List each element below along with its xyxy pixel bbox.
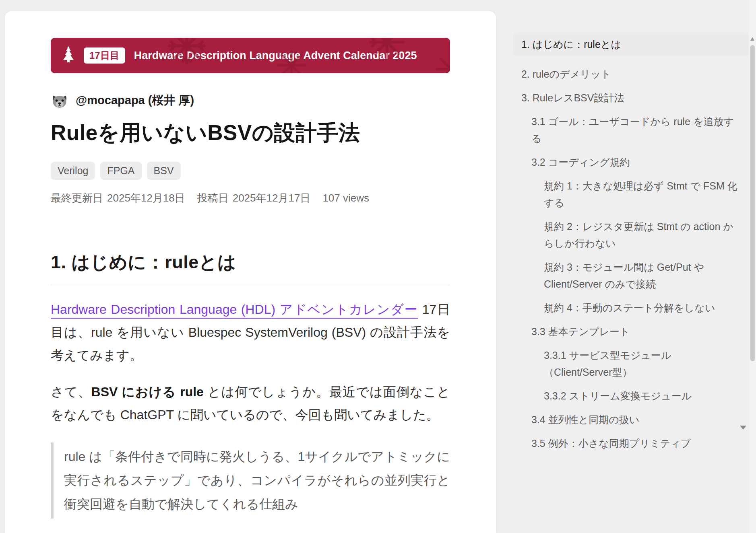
toc-more-chevron-down-icon[interactable]: [739, 425, 747, 430]
scrollbar-thumb[interactable]: [750, 45, 755, 361]
quote-text: rule は「条件付きで同時に発火しうる、1サイクルでアトミックに実行されるステ…: [64, 449, 450, 511]
toc-item[interactable]: 3.2 コーディング規約: [513, 154, 749, 171]
table-of-contents: 1. はじめに：ruleとは2. ruleのデメリット3. RuleレスBSV設…: [513, 33, 749, 459]
page-scrollbar[interactable]: [749, 0, 756, 533]
toc-item[interactable]: 3.4 並列性と同期の扱い: [513, 411, 749, 428]
scrollbar-up-arrow-icon[interactable]: [750, 37, 754, 41]
posted-date: 2025年12月17日: [233, 191, 311, 205]
paragraph: さて、BSV における rule とは何でしょうか。最近では面倒なことをなんでも…: [51, 381, 450, 426]
article-title: Ruleを用いないBSVの設計手法: [51, 120, 450, 146]
paragraph: Hardware Description Language (HDL) アドベン…: [51, 298, 450, 367]
tag-fpga[interactable]: FPGA: [100, 162, 141, 180]
toc-item[interactable]: 1. はじめに：ruleとは: [513, 33, 749, 56]
toc-item[interactable]: 3.3.1 サービス型モジュール（Client/Server型）: [513, 347, 749, 381]
author-row: @mocapapa (桜井 厚): [51, 92, 450, 109]
quote-block: rule は「条件付きで同時に発火しうる、1サイクルでアトミックに実行されるステ…: [51, 442, 450, 519]
toc-item[interactable]: 規約 3：モジュール間は Get/Put や Client/Server のみで…: [513, 259, 749, 292]
advent-calendar-banner[interactable]: 17日目 Hardware Description Language Adven…: [51, 38, 450, 73]
toc-item[interactable]: 3.5 例外：小さな同期プリミティブ: [513, 435, 749, 452]
paragraph-text: さて、: [51, 385, 91, 399]
updated-label: 最終更新日: [51, 191, 103, 205]
tag-bsv[interactable]: BSV: [147, 162, 181, 180]
toc-item[interactable]: 規約 2：レジスタ更新は Stmt の action からしか行わない: [513, 218, 749, 252]
page: 17日目 Hardware Description Language Adven…: [0, 0, 756, 533]
article-card: 17日目 Hardware Description Language Adven…: [5, 11, 496, 533]
snowflake-icon: [276, 50, 307, 73]
updated-date: 2025年12月18日: [107, 191, 185, 205]
christmas-tree-icon: [62, 46, 75, 65]
paragraph-bold-text: BSV における rule: [91, 385, 204, 399]
views-count: 107 views: [322, 192, 369, 204]
snowflake-icon: [167, 38, 206, 65]
tag-verilog[interactable]: Verilog: [51, 162, 95, 180]
author-name[interactable]: @mocapapa (桜井 厚): [76, 93, 194, 109]
hdl-advent-calendar-link[interactable]: Hardware Description Language (HDL) アドベン…: [51, 302, 418, 317]
snowflake-icon: [435, 53, 450, 73]
pug-avatar-icon: [51, 92, 68, 109]
toc-item[interactable]: 規約 4：手動のステート分解をしない: [513, 299, 749, 316]
toc-item[interactable]: 規約 1：大きな処理は必ず Stmt で FSM 化する: [513, 177, 749, 211]
snowflake-icon: [369, 38, 405, 60]
toc-item[interactable]: 3.3.2 ストリーム変換モジュール: [513, 387, 749, 404]
section-heading: 1. はじめに：ruleとは: [51, 250, 450, 285]
toc-item[interactable]: 3.3 基本テンプレート: [513, 323, 749, 340]
toc-item[interactable]: 2. ruleのデメリット: [513, 66, 749, 82]
author-avatar[interactable]: [51, 92, 68, 109]
posted-label: 投稿日: [197, 191, 229, 205]
toc-item[interactable]: 3. RuleレスBSV設計法: [513, 89, 749, 106]
toc-item[interactable]: 3.1 ゴール：ユーザコードから rule を追放する: [513, 113, 749, 147]
tag-list: Verilog FPGA BSV: [51, 162, 450, 180]
day-badge: 17日目: [84, 47, 125, 64]
article-meta: 最終更新日 2025年12月18日 投稿日 2025年12月17日 107 vi…: [51, 191, 450, 205]
